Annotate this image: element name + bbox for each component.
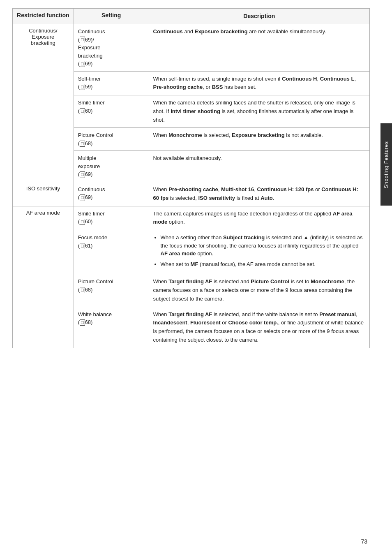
setting-cell: White balance(□68)	[74, 307, 149, 348]
table-row: ISO sensitivityContinuous(□69)When Pre-s…	[13, 182, 370, 206]
description-cell: The camera captures images using face de…	[149, 206, 369, 230]
setting-cell: Continuous(□69)/Exposurebracketing(□69)	[74, 24, 149, 72]
description-cell: When a setting other than Subject tracki…	[149, 230, 369, 274]
setting-cell: Focus mode(□61)	[74, 230, 149, 274]
restricted-function-cell: ISO sensitivity	[13, 182, 74, 206]
setting-cell: Picture Control(□68)	[74, 274, 149, 307]
page-container: Restricted function Setting Description …	[0, 0, 392, 553]
description-cell: When Pre-shooting cache, Multi-shot 16, …	[149, 182, 369, 206]
side-tab-shooting-features: Shooting Features	[380, 123, 392, 206]
setting-cell: Smile timer(□60)	[74, 95, 149, 128]
table-row: AF area modeSmile timer(□60)The camera c…	[13, 206, 370, 230]
header-description: Description	[149, 9, 369, 24]
setting-cell: Continuous(□69)	[74, 182, 149, 206]
header-setting: Setting	[74, 9, 149, 24]
description-cell: Not available simultaneously.	[149, 151, 369, 182]
description-cell: When self-timer is used, a single image …	[149, 71, 369, 95]
restricted-function-cell: AF area mode	[13, 206, 74, 348]
description-cell: Continuous and Exposure bracketing are n…	[149, 24, 369, 72]
description-cell: When Target finding AF is selected and P…	[149, 274, 369, 307]
main-table: Restricted function Setting Description …	[12, 8, 370, 348]
description-cell: When the camera detects smiling faces an…	[149, 95, 369, 128]
setting-cell: Picture Control(□68)	[74, 128, 149, 151]
header-restricted: Restricted function	[13, 9, 74, 24]
setting-cell: Self-timer(□59)	[74, 71, 149, 95]
page-number: 73	[361, 538, 367, 545]
setting-cell: Multipleexposure(□69)	[74, 151, 149, 182]
description-cell: When Monochrome is selected, Exposure br…	[149, 128, 369, 151]
description-cell: When Target finding AF is selected, and …	[149, 307, 369, 348]
restricted-function-cell: Continuous/Exposurebracketing	[13, 24, 74, 182]
table-row: Continuous/ExposurebracketingContinuous(…	[13, 24, 370, 72]
setting-cell: Smile timer(□60)	[74, 206, 149, 230]
